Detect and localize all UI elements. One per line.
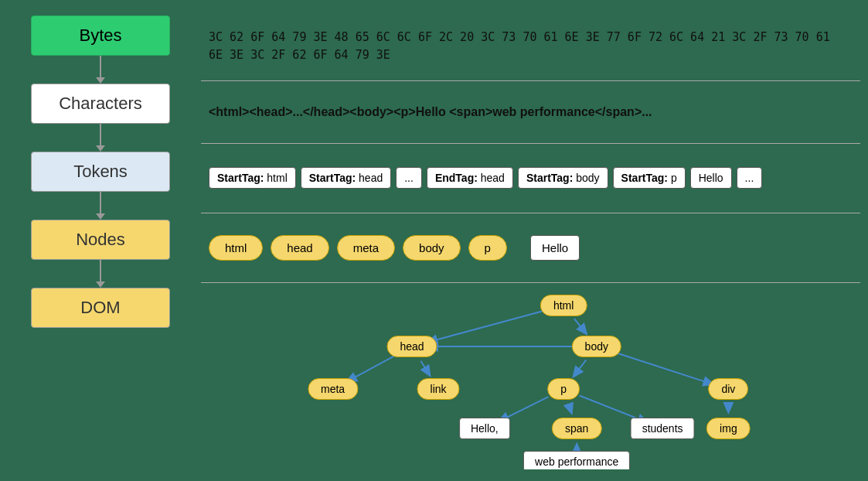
tree-node-body: body	[572, 336, 621, 357]
node-body: body	[403, 235, 461, 261]
connector-4	[100, 260, 101, 281]
svg-line-3	[348, 354, 397, 380]
stage-nodes: Nodes	[31, 220, 170, 260]
bytes-content: 3C 62 6F 64 79 3E 48 65 6C 6C 6F 2C 20 3…	[209, 29, 830, 63]
nodes-label: Nodes	[76, 230, 125, 249]
token-starthead: StartTag: head	[301, 167, 391, 189]
tree-node-link: link	[417, 378, 460, 400]
left-pipeline: Bytes Characters Tokens Nodes DOM	[8, 8, 193, 473]
characters-section: <html><head>...</head><body><p>Hello <sp…	[201, 81, 860, 144]
main-container: Bytes Characters Tokens Nodes DOM 3C 62 …	[0, 0, 868, 481]
tree-node-span: span	[552, 418, 601, 439]
node-html: html	[209, 235, 263, 261]
nodes-section: html head meta body p Hello	[201, 213, 860, 283]
tree-node-web-performance: web performance	[523, 451, 630, 469]
connector-3	[100, 192, 101, 213]
token-startp: StartTag: p	[613, 167, 686, 189]
tree-node-meta: meta	[308, 378, 358, 400]
dom-section: html head body meta link p div Hello, sp…	[201, 283, 860, 469]
bytes-section: 3C 62 6F 64 79 3E 48 65 6C 6C 6F 2C 20 3…	[201, 12, 860, 81]
tree-node-p: p	[547, 378, 580, 400]
arrow-1	[96, 77, 105, 84]
token-endhead: EndTag: head	[427, 167, 513, 189]
tree-node-img: img	[706, 418, 751, 439]
token-dots2: ...	[737, 167, 763, 189]
arrow-3	[96, 213, 105, 220]
right-content: 3C 62 6F 64 79 3E 48 65 6C 6C 6F 2C 20 3…	[201, 8, 860, 473]
tree-node-hello-comma: Hello,	[459, 418, 510, 439]
svg-line-8	[569, 405, 571, 412]
svg-line-4	[420, 361, 429, 375]
token-starthtml: StartTag: html	[209, 167, 296, 189]
characters-label: Characters	[59, 94, 142, 113]
connector-1	[100, 56, 101, 77]
node-hello-box: Hello	[530, 235, 580, 261]
tokens-row: StartTag: html StartTag: head ... EndTag…	[209, 167, 762, 189]
connector-2	[100, 124, 101, 145]
tree-node-students: students	[631, 418, 695, 439]
token-startbody: StartTag: body	[518, 167, 608, 189]
arrow-4	[96, 281, 105, 288]
node-head: head	[271, 235, 328, 261]
stage-dom: DOM	[31, 288, 170, 328]
bytes-line2: 6E 3E 3C 2F 62 6F 64 79 3E	[209, 48, 390, 62]
node-meta: meta	[337, 235, 395, 261]
tree-node-head: head	[386, 336, 437, 357]
bytes-line1: 3C 62 6F 64 79 3E 48 65 6C 6C 6F 2C 20 3…	[209, 30, 830, 44]
bytes-label: Bytes	[79, 26, 121, 45]
token-dots1: ...	[396, 167, 422, 189]
svg-line-1	[428, 310, 547, 343]
svg-line-5	[574, 360, 587, 376]
svg-line-2	[574, 319, 586, 333]
stage-tokens: Tokens	[31, 152, 170, 192]
stage-characters: Characters	[31, 84, 170, 124]
chars-content: <html><head>...</head><body><p>Hello <sp…	[209, 105, 652, 119]
token-hello: Hello	[690, 167, 732, 189]
tokens-label: Tokens	[73, 162, 128, 181]
dom-label: DOM	[80, 298, 120, 317]
tree-node-div: div	[708, 378, 748, 400]
arrow-2	[96, 145, 105, 152]
nodes-row: html head meta body p Hello	[209, 235, 580, 261]
chars-text-content: <html><head>...</head><body><p>Hello <sp…	[209, 105, 652, 118]
tree-container: html head body meta link p div Hello, sp…	[201, 283, 860, 469]
tokens-section: StartTag: html StartTag: head ... EndTag…	[201, 144, 860, 213]
tree-node-html: html	[540, 295, 587, 316]
node-p: p	[468, 235, 507, 261]
svg-line-6	[613, 352, 713, 384]
stage-bytes: Bytes	[31, 15, 170, 56]
tree-svg	[201, 283, 860, 469]
